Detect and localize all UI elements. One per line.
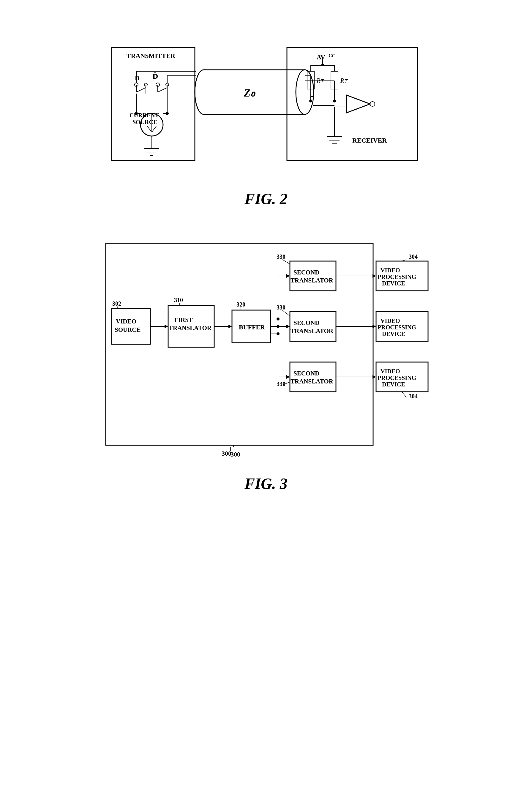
svg-text:320: 320 [236,301,245,308]
svg-text:PROCESSING: PROCESSING [377,375,416,381]
svg-marker-106 [287,324,290,328]
svg-marker-130 [373,274,376,278]
svg-text:DEVICE: DEVICE [382,331,405,337]
svg-text:SOURCE: SOURCE [133,119,157,125]
fig2-label: FIG. 2 [244,190,287,208]
fig2-diagram: TRANSMITTER D D̄ [103,30,430,184]
svg-text:TRANSLATOR: TRANSLATOR [169,324,212,332]
svg-text:SOURCE: SOURCE [115,326,141,333]
svg-text:Z₀: Z₀ [243,87,256,99]
fig3-label: FIG. 3 [244,475,287,492]
svg-text:PROCESSING: PROCESSING [377,274,416,280]
svg-point-112 [277,325,279,328]
svg-point-111 [277,317,279,320]
svg-marker-88 [164,324,168,328]
svg-text:D: D [135,74,140,82]
svg-text:302: 302 [112,300,121,307]
fig2-svg: TRANSMITTER D D̄ [103,30,430,184]
svg-text:VIDEO: VIDEO [116,318,136,325]
svg-text:FIRST: FIRST [174,316,193,323]
svg-text:300: 300 [231,451,240,458]
svg-text:310: 310 [174,297,183,303]
svg-rect-124 [290,362,336,392]
svg-line-5 [136,87,146,92]
svg-line-123 [282,310,290,316]
svg-marker-103 [287,274,290,278]
svg-text:330: 330 [277,380,285,387]
svg-marker-110 [287,375,290,379]
svg-text:SECOND: SECOND [294,269,320,276]
svg-rect-119 [290,312,336,341]
svg-point-22 [135,112,138,115]
fig2-container: TRANSMITTER D D̄ [24,30,508,208]
svg-text:304: 304 [409,253,418,260]
svg-text:PROCESSING: PROCESSING [377,324,416,331]
svg-marker-132 [373,324,376,328]
svg-text:DEVICE: DEVICE [382,280,405,287]
svg-marker-134 [373,375,376,379]
svg-line-17 [152,126,156,132]
svg-text:CC: CC [329,53,335,58]
svg-text:SECOND: SECOND [294,319,320,327]
svg-text:AV: AV [317,54,325,61]
fig3-container: 300 VIDEO SOURCE 302 FIRST TRANSLATOR 31… [24,225,508,492]
svg-line-11 [158,87,167,92]
svg-text:TRANSLATOR: TRANSLATOR [291,378,334,385]
svg-text:DEVICE: DEVICE [382,381,405,388]
svg-text:RECEIVER: RECEIVER [352,137,387,144]
svg-text:CURRENT: CURRENT [130,112,159,119]
svg-text:330: 330 [277,304,285,311]
svg-text:304: 304 [409,393,418,399]
svg-rect-0 [112,47,195,160]
svg-rect-114 [290,261,336,291]
svg-text:D̄: D̄ [153,73,158,80]
page: TRANSMITTER D D̄ [0,0,532,788]
svg-text:TRANSLATOR: TRANSLATOR [291,327,334,334]
svg-point-113 [277,332,279,335]
svg-text:TRANSLATOR: TRANSLATOR [291,277,334,284]
svg-line-16 [147,126,152,132]
svg-line-150 [402,392,406,397]
svg-text:SECOND: SECOND [294,370,320,377]
svg-point-25 [166,112,169,115]
fig3-svg: 300 VIDEO SOURCE 302 FIRST TRANSLATOR 31… [88,225,445,469]
svg-text:BUFFER: BUFFER [239,323,265,331]
svg-text:300: 300 [222,450,231,457]
svg-text:Rᴛ: Rᴛ [340,77,348,84]
svg-text:VIDEO: VIDEO [380,368,400,375]
svg-text:VIDEO: VIDEO [380,267,400,274]
svg-text:VIDEO: VIDEO [380,317,400,324]
fig3-diagram: 300 VIDEO SOURCE 302 FIRST TRANSLATOR 31… [88,225,445,469]
svg-text:330: 330 [277,253,285,260]
svg-marker-62 [346,95,370,113]
svg-marker-95 [229,324,232,328]
svg-text:TRANSMITTER: TRANSMITTER [126,52,176,59]
svg-line-118 [282,260,290,264]
